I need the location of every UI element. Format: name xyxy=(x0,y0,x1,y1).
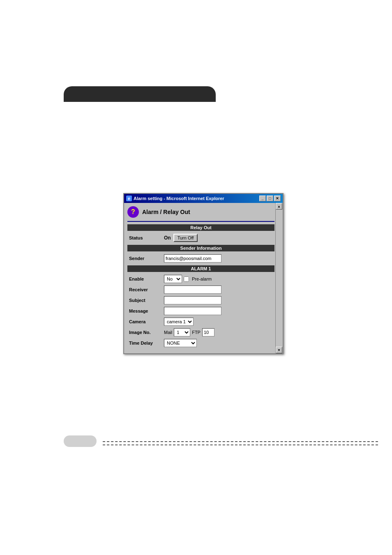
message-label: Message xyxy=(127,306,162,316)
enable-row: Enable No Yes Pre-alarm xyxy=(127,274,274,284)
mail-select[interactable]: 1 2 3 xyxy=(174,328,190,336)
camera-value-cell: camera 1 camera 2 xyxy=(162,316,274,327)
alarm1-header: ALARM 1 xyxy=(127,265,274,272)
relay-out-table: Status On Turn Off xyxy=(127,233,274,243)
time-delay-label: Time Delay xyxy=(127,338,162,348)
dialog-title: Alarm setting - Microsoft Internet Explo… xyxy=(134,196,224,201)
enable-select[interactable]: No Yes xyxy=(164,275,182,283)
scroll-up-button[interactable]: ▲ xyxy=(276,203,282,210)
enable-label: Enable xyxy=(127,274,162,284)
sender-info-table: Sender xyxy=(127,253,274,264)
minimize-button[interactable]: _ xyxy=(259,196,266,201)
status-area: On Turn Off xyxy=(164,234,273,242)
enable-value-cell: No Yes Pre-alarm xyxy=(162,274,274,284)
image-no-row: Image No. Mail 1 2 3 FTP xyxy=(127,327,274,338)
dashed-line-top xyxy=(103,441,378,442)
receiver-value-cell xyxy=(162,284,274,295)
message-input[interactable] xyxy=(164,307,221,315)
message-value-cell xyxy=(162,306,274,316)
time-delay-row: Time Delay NONE 5s 10s 30s xyxy=(127,338,274,348)
enable-controls: No Yes Pre-alarm xyxy=(164,275,273,283)
image-no-controls: Mail 1 2 3 FTP xyxy=(164,328,273,336)
header-separator xyxy=(127,221,274,222)
dialog-main-title: Alarm / Relay Out xyxy=(142,209,190,215)
sender-value-cell xyxy=(162,253,274,264)
sender-info-header: Sender Information xyxy=(127,245,274,251)
scrollbar: ▲ ▼ xyxy=(275,203,283,353)
sender-label: Sender xyxy=(127,253,162,264)
maximize-button[interactable]: □ xyxy=(267,196,273,201)
bottom-decoration-pill xyxy=(64,435,97,447)
title-bar: e Alarm setting - Microsoft Internet Exp… xyxy=(124,194,283,203)
camera-row: Camera camera 1 camera 2 xyxy=(127,316,274,327)
dialog-header: ? Alarm / Relay Out xyxy=(127,206,274,218)
message-row: Message xyxy=(127,306,274,316)
camera-label: Camera xyxy=(127,316,162,327)
status-on-text: On xyxy=(164,235,171,241)
status-label: Status xyxy=(127,233,162,243)
image-no-value-cell: Mail 1 2 3 FTP xyxy=(162,327,274,338)
image-no-label: Image No. xyxy=(127,327,162,338)
window-controls: _ □ ✕ xyxy=(259,196,281,201)
receiver-row: Receiver xyxy=(127,284,274,295)
sender-row: Sender xyxy=(127,253,274,264)
status-row: Status On Turn Off xyxy=(127,233,274,243)
mail-label: Mail xyxy=(164,330,172,335)
close-button[interactable]: ✕ xyxy=(274,196,281,201)
relay-out-header: Relay Out xyxy=(127,224,274,231)
subject-input[interactable] xyxy=(164,296,221,304)
camera-select[interactable]: camera 1 camera 2 xyxy=(164,318,194,326)
top-decoration-pill xyxy=(64,86,216,102)
ftp-input[interactable] xyxy=(202,328,214,336)
scroll-track xyxy=(276,210,283,347)
pre-alarm-checkbox[interactable] xyxy=(184,276,189,282)
alarm1-table: Enable No Yes Pre-alarm xyxy=(127,274,274,348)
status-value-cell: On Turn Off xyxy=(162,233,274,243)
receiver-input[interactable] xyxy=(164,286,221,294)
question-icon: ? xyxy=(127,206,139,218)
turn-off-button[interactable]: Turn Off xyxy=(173,234,198,242)
subject-label: Subject xyxy=(127,295,162,306)
subject-value-cell xyxy=(162,295,274,306)
pre-alarm-label: Pre-alarm xyxy=(192,276,212,281)
sender-input[interactable] xyxy=(164,254,221,263)
alarm-setting-dialog: e Alarm setting - Microsoft Internet Exp… xyxy=(123,193,284,354)
receiver-label: Receiver xyxy=(127,284,162,295)
dashed-line-bottom xyxy=(103,444,378,445)
time-delay-select[interactable]: NONE 5s 10s 30s xyxy=(164,339,197,347)
subject-row: Subject xyxy=(127,295,274,306)
ftp-label: FTP xyxy=(192,330,201,335)
title-bar-left: e Alarm setting - Microsoft Internet Exp… xyxy=(126,196,224,201)
time-delay-value-cell: NONE 5s 10s 30s xyxy=(162,338,274,348)
ie-icon: e xyxy=(126,196,132,201)
scroll-down-button[interactable]: ▼ xyxy=(276,347,282,353)
